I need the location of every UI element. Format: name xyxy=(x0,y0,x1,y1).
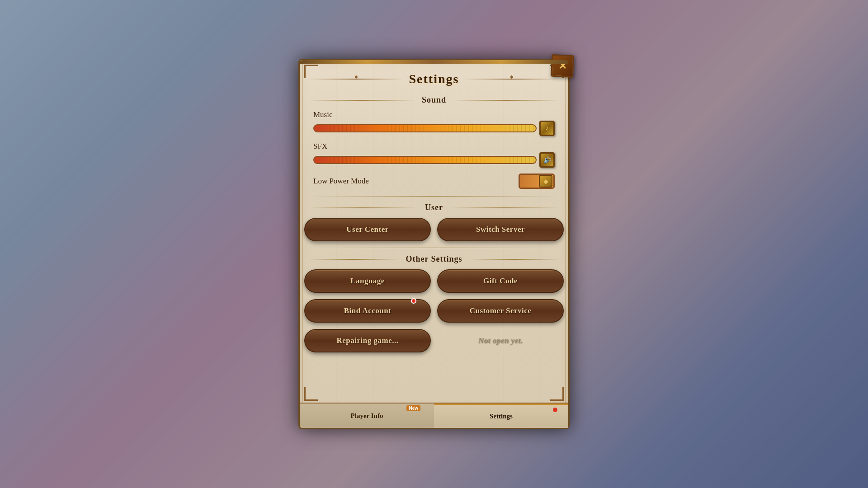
sfx-track-pattern xyxy=(314,157,536,163)
user-section-header: User xyxy=(309,203,559,212)
music-label: Music xyxy=(313,110,555,119)
sound-section-header: Sound xyxy=(309,95,559,105)
title-deco-right xyxy=(464,79,559,80)
bind-account-label: Bind Account xyxy=(344,306,392,315)
sfx-label: SFX xyxy=(313,142,555,151)
customer-service-button[interactable]: Customer Service xyxy=(437,299,564,323)
user-section-label: User xyxy=(421,203,447,212)
tab-player-info-label: Player Info xyxy=(351,412,383,420)
other-section-label: Other Settings xyxy=(402,254,466,264)
not-open-button: Not open yet. xyxy=(437,329,564,352)
section-line-left xyxy=(309,100,415,101)
music-slider-container: ♪ xyxy=(313,122,555,135)
sfx-slider-track[interactable] xyxy=(313,156,537,164)
divider-2 xyxy=(309,248,559,248)
bind-account-button[interactable]: Bind Account xyxy=(304,299,431,323)
settings-tab-dot xyxy=(553,408,557,412)
new-badge: New xyxy=(406,405,420,411)
dialog-title: Settings xyxy=(409,72,459,86)
user-line-right xyxy=(450,207,559,208)
corner-deco-bl xyxy=(304,387,318,401)
section-line-right xyxy=(453,100,559,101)
sfx-slider-container: 🔊 xyxy=(313,154,555,166)
user-line-left xyxy=(309,207,418,208)
settings-content: Music ♪ SFX 🔊 xyxy=(300,110,568,189)
music-icon: ♪ xyxy=(546,125,549,132)
tab-settings[interactable]: Settings xyxy=(434,404,568,428)
music-slider-thumb[interactable]: ♪ xyxy=(539,121,555,136)
other-line-right xyxy=(470,259,559,260)
tab-player-info[interactable]: Player Info New xyxy=(300,404,434,428)
title-deco-left xyxy=(309,79,404,80)
tab-bar: Player Info New Settings xyxy=(300,403,568,428)
other-section-header: Other Settings xyxy=(309,254,559,264)
other-line-left xyxy=(309,259,398,260)
sfx-slider-thumb[interactable]: 🔊 xyxy=(539,152,555,168)
gift-code-button[interactable]: Gift Code xyxy=(437,269,564,293)
low-power-toggle[interactable]: ◆ xyxy=(519,174,555,189)
sfx-icon: 🔊 xyxy=(543,156,551,164)
sfx-setting: SFX 🔊 xyxy=(313,142,555,166)
dialog-header: Settings xyxy=(300,60,568,92)
repairing-game-button[interactable]: Repairing game... xyxy=(304,329,431,352)
music-setting: Music ♪ xyxy=(313,110,555,135)
music-slider-track[interactable] xyxy=(313,124,537,132)
language-button[interactable]: Language xyxy=(304,269,431,293)
user-center-button[interactable]: User Center xyxy=(304,218,431,241)
corner-deco-br xyxy=(550,387,564,401)
toggle-knob: ◆ xyxy=(539,175,552,188)
music-track-pattern xyxy=(314,125,536,131)
divider-1 xyxy=(309,196,559,197)
toggle-icon: ◆ xyxy=(543,178,548,185)
low-power-label: Low Power Mode xyxy=(313,177,369,186)
bind-account-dot xyxy=(411,298,416,304)
settings-dialog: ✕ Settings Sound Music xyxy=(298,59,570,429)
switch-server-button[interactable]: Switch Server xyxy=(437,218,564,241)
tab-settings-label: Settings xyxy=(490,413,513,420)
sound-section-label: Sound xyxy=(418,95,450,105)
low-power-row: Low Power Mode ◆ xyxy=(313,174,555,189)
other-button-grid: Language Gift Code Bind Account Customer… xyxy=(300,269,568,352)
user-button-grid: User Center Switch Server xyxy=(300,218,568,241)
